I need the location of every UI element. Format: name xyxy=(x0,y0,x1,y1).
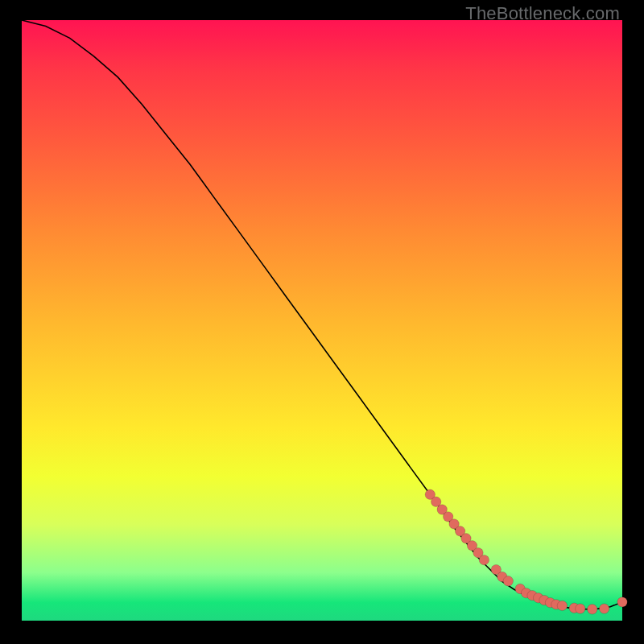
chart-frame: TheBottleneck.com xyxy=(0,0,644,644)
scatter-dot xyxy=(599,604,609,613)
plot-area xyxy=(22,20,622,621)
scatter-dot xyxy=(557,601,567,610)
scatter-dot xyxy=(617,597,627,607)
scatter-dot xyxy=(588,605,597,614)
chart-svg xyxy=(22,20,622,621)
scatter-dot xyxy=(576,604,585,613)
scatter-dot xyxy=(479,555,489,565)
scatter-dot xyxy=(503,576,513,586)
bottleneck-curve xyxy=(22,20,622,609)
scatter-points xyxy=(425,489,627,614)
